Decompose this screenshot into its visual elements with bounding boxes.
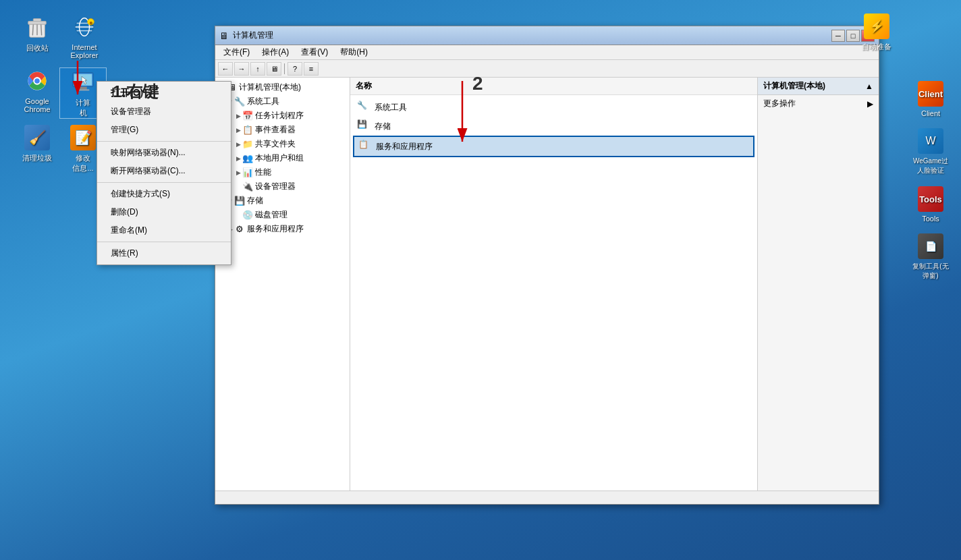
toolbar-separator xyxy=(284,63,285,74)
tree-label-perf: 性能 xyxy=(255,167,271,178)
btn-up[interactable]: ↑ xyxy=(250,62,265,76)
ctx-disconnect-drive[interactable]: 断开网络驱动器(C)... xyxy=(97,162,231,180)
ctx-create-shortcut[interactable]: 创建快捷方式(S) xyxy=(97,185,231,203)
tree-item-systemtools[interactable]: 🔧 系统工具 xyxy=(215,94,350,109)
tree-item-users[interactable]: 👥 本地用户和组 xyxy=(215,151,350,165)
tree-item-event[interactable]: 📋 事件查看器 xyxy=(215,123,350,137)
tree-item-services[interactable]: ⚙ 服务和应用程序 xyxy=(215,222,350,236)
window-title: 计算机管理 xyxy=(233,30,273,41)
menu-bar: 文件(F) 操作(A) 查看(V) 帮助(H) xyxy=(215,45,879,60)
svg-line-4 xyxy=(32,24,33,35)
action-title: 计算机管理(本地) xyxy=(763,80,825,92)
menu-file[interactable]: 文件(F) xyxy=(218,45,255,59)
action-more[interactable]: 更多操作 ▶ xyxy=(758,95,879,112)
menu-help[interactable]: 帮助(H) xyxy=(335,45,373,59)
content-icon-svc: 📋 xyxy=(358,140,372,153)
btn-help[interactable]: ? xyxy=(287,62,302,76)
tree-label-disk: 磁盘管理 xyxy=(255,209,287,221)
svg-point-18 xyxy=(34,78,40,84)
computer-label: 计算 机 xyxy=(76,98,90,118)
recycle-label: 回收站 xyxy=(26,43,49,53)
tree-arrow-users xyxy=(234,155,242,162)
computer-management-window: 🖥 计算机管理 ─ □ ✕ 文件(F) 操作(A) 查看(V) 帮助(H) ← … xyxy=(215,26,879,505)
right-edge-icons: Client Client W WeGame过 人脸验证 Tools Tools… xyxy=(907,81,954,281)
window-icon: 🖥 xyxy=(219,30,229,41)
svg-text:e: e xyxy=(90,20,92,25)
icon-client[interactable]: Client Client xyxy=(907,81,954,117)
edit-label: 修改 信息... xyxy=(72,153,93,173)
tree-label-svc: 服务和应用程序 xyxy=(247,223,304,235)
menu-action[interactable]: 操作(A) xyxy=(256,45,294,59)
tree-item-devmgr[interactable]: 🔌 设备管理器 xyxy=(215,179,350,194)
svg-rect-3 xyxy=(28,21,47,24)
icon-wegame[interactable]: W WeGame过 人脸验证 xyxy=(907,128,954,175)
svg-line-6 xyxy=(41,24,42,35)
title-bar: 🖥 计算机管理 ─ □ ✕ xyxy=(215,26,879,45)
ctx-sep1 xyxy=(97,141,231,142)
content-label-svc: 服务和应用程序 xyxy=(376,141,433,152)
context-menu: 打开(O) 设备管理器 管理(G) 映射网络驱动器(N)... 断开网络驱动器(… xyxy=(97,81,231,265)
minimize-button[interactable]: ─ xyxy=(831,30,845,42)
btn-forward[interactable]: → xyxy=(234,62,249,76)
desktop-icon-recycle[interactable]: 回收站 xyxy=(13,13,61,53)
menu-view[interactable]: 查看(V) xyxy=(296,45,333,59)
icon-client-label: Client xyxy=(921,109,940,117)
ctx-rename[interactable]: 重命名(M) xyxy=(97,221,231,240)
svg-rect-21 xyxy=(79,87,86,90)
ctx-sep3 xyxy=(97,242,231,242)
btn-show-hide[interactable]: 🖥 xyxy=(267,62,281,76)
content-header: 名称 xyxy=(350,78,757,95)
ctx-map-drive[interactable]: 映射网络驱动器(N)... xyxy=(97,144,231,162)
window-body: 🖥 计算机管理(本地) 🔧 系统工具 📅 任务计划程序 📋 事件查看器 xyxy=(215,78,879,491)
desktop-icon-ie[interactable]: e Internet Explorer xyxy=(61,13,108,59)
tree-root[interactable]: 🖥 计算机管理(本地) xyxy=(215,80,350,94)
desktop-icon-chrome[interactable]: Google Chrome xyxy=(13,67,61,113)
status-bar xyxy=(215,491,879,504)
tree-icon-disk: 💿 xyxy=(242,210,253,221)
btn-extra[interactable]: ≡ xyxy=(304,62,319,76)
icon-copy[interactable]: 📄 复制工具(无 弹窗) xyxy=(907,233,954,281)
step2-label: 2 xyxy=(472,73,483,94)
icon-auto-label: 自动准备 xyxy=(862,42,891,52)
tree-item-storage[interactable]: 💾 存储 xyxy=(215,194,350,208)
tree-label-st: 系统工具 xyxy=(247,96,279,107)
tree-icon-st: 🔧 xyxy=(234,96,245,107)
action-expand[interactable]: ▲ xyxy=(865,82,873,91)
ctx-properties[interactable]: 属性(R) xyxy=(97,244,231,262)
clear-label: 清理垃圾 xyxy=(22,153,52,163)
tree-label-users: 本地用户和组 xyxy=(255,152,304,164)
ctx-device-manager[interactable]: 设备管理器 xyxy=(97,103,231,121)
btn-back[interactable]: ← xyxy=(218,62,233,76)
tree-root-label: 计算机管理(本地) xyxy=(239,82,301,93)
icon-wegame-label: WeGame过 人脸验证 xyxy=(913,157,948,175)
tree-item-scheduler[interactable]: 📅 任务计划程序 xyxy=(215,109,350,123)
content-label-st: 系统工具 xyxy=(375,102,407,113)
toolbar: ← → ↑ 🖥 ? ≡ xyxy=(215,60,879,78)
ctx-delete[interactable]: 删除(D) xyxy=(97,203,231,221)
content-item-services[interactable]: 📋 服务和应用程序 xyxy=(353,136,754,157)
icon-tools[interactable]: Tools Tools xyxy=(907,186,954,223)
ie-label: Internet Explorer xyxy=(71,43,99,59)
tree-icon-sched: 📅 xyxy=(242,111,253,121)
tree-icon-share: 📁 xyxy=(242,139,253,150)
tree-arrow-share xyxy=(234,141,242,148)
ctx-manage[interactable]: 管理(G) xyxy=(97,121,231,139)
desktop-icon-clear[interactable]: 🧹 清理垃圾 xyxy=(13,125,61,163)
right-icons: ⚡ 自动准备 xyxy=(853,13,900,52)
content-icon-st: 🔧 xyxy=(357,101,370,114)
tree-label-devmgr: 设备管理器 xyxy=(255,181,296,192)
content-item-systemtools[interactable]: 🔧 系统工具 xyxy=(353,98,754,117)
content-icon-stor: 💾 xyxy=(357,119,370,133)
tree-arrow-event xyxy=(234,127,242,134)
tree-item-perf[interactable]: 📊 性能 xyxy=(215,165,350,179)
svg-rect-7 xyxy=(33,19,40,22)
content-panel: 名称 🔧 系统工具 💾 存储 📋 服务和应用程序 xyxy=(350,78,757,491)
tree-icon-storage: 💾 xyxy=(234,196,245,206)
action-panel: 计算机管理(本地) ▲ 更多操作 ▶ xyxy=(757,78,879,491)
tree-item-share[interactable]: 📁 共享文件夹 xyxy=(215,137,350,151)
content-item-storage[interactable]: 💾 存储 xyxy=(353,117,754,136)
tree-item-diskmgmt[interactable]: 💿 磁盘管理 xyxy=(215,208,350,222)
icon-auto[interactable]: ⚡ 自动准备 xyxy=(853,13,900,52)
tree-icon-event: 📋 xyxy=(242,125,253,136)
tree-icon-users: 👥 xyxy=(242,153,253,164)
